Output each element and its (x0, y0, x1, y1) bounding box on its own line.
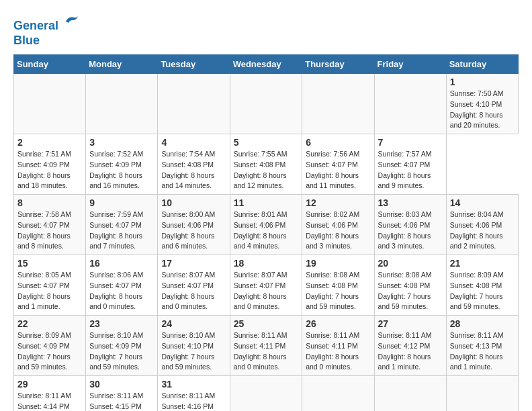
calendar-week-row: 1 Sunrise: 7:50 AMSunset: 4:10 PMDayligh… (14, 74, 519, 134)
day-info: Sunrise: 8:00 AMSunset: 4:06 PMDaylight:… (161, 210, 226, 252)
day-info: Sunrise: 7:54 AMSunset: 4:08 PMDaylight:… (161, 149, 226, 191)
calendar-day-cell: 17 Sunrise: 8:07 AMSunset: 4:07 PMDaylig… (158, 255, 230, 316)
day-number: 29 (17, 379, 82, 390)
day-of-week-header: Monday (86, 55, 158, 74)
day-of-week-header: Saturday (446, 55, 518, 74)
day-number: 17 (161, 258, 226, 269)
day-info: Sunrise: 8:10 AMSunset: 4:10 PMDaylight:… (161, 330, 226, 373)
calendar-day-cell (86, 74, 158, 134)
calendar-day-cell: 23 Sunrise: 8:10 AMSunset: 4:09 PMDaylig… (86, 316, 158, 376)
calendar-day-cell: 28 Sunrise: 8:11 AMSunset: 4:13 PMDaylig… (446, 316, 518, 376)
day-info: Sunrise: 7:51 AMSunset: 4:09 PMDaylight:… (17, 149, 82, 191)
header-row: SundayMondayTuesdayWednesdayThursdayFrid… (14, 55, 519, 74)
calendar-day-cell (230, 376, 302, 411)
day-of-week-header: Sunday (14, 55, 86, 74)
day-number: 4 (161, 137, 226, 148)
calendar-day-cell: 11 Sunrise: 8:01 AMSunset: 4:06 PMDaylig… (230, 195, 302, 255)
logo-general: General (13, 19, 58, 32)
calendar-week-row: 8 Sunrise: 7:58 AMSunset: 4:07 PMDayligh… (14, 195, 519, 255)
calendar-day-cell: 18 Sunrise: 8:07 AMSunset: 4:07 PMDaylig… (230, 255, 302, 316)
calendar-day-cell: 21 Sunrise: 8:09 AMSunset: 4:08 PMDaylig… (446, 255, 518, 316)
calendar-day-cell: 5 Sunrise: 7:55 AMSunset: 4:08 PMDayligh… (230, 134, 302, 195)
day-info: Sunrise: 8:09 AMSunset: 4:08 PMDaylight:… (450, 270, 515, 312)
day-info: Sunrise: 7:55 AMSunset: 4:08 PMDaylight:… (234, 149, 299, 191)
day-number: 16 (89, 258, 154, 269)
calendar-day-cell: 3 Sunrise: 7:52 AMSunset: 4:09 PMDayligh… (86, 134, 158, 195)
calendar-table: SundayMondayTuesdayWednesdayThursdayFrid… (13, 54, 519, 411)
calendar-day-cell (14, 74, 86, 134)
calendar-day-cell: 27 Sunrise: 8:11 AMSunset: 4:12 PMDaylig… (374, 316, 446, 376)
day-number: 21 (450, 258, 515, 269)
day-info: Sunrise: 8:11 AMSunset: 4:16 PMDaylight:… (161, 391, 226, 411)
day-number: 9 (89, 197, 154, 208)
calendar-day-cell: 13 Sunrise: 8:03 AMSunset: 4:06 PMDaylig… (374, 195, 446, 255)
day-number: 10 (161, 197, 226, 208)
day-number: 1 (450, 77, 515, 87)
day-info: Sunrise: 8:09 AMSunset: 4:09 PMDaylight:… (17, 330, 82, 373)
day-info: Sunrise: 8:11 AMSunset: 4:11 PMDaylight:… (234, 330, 299, 373)
day-info: Sunrise: 8:11 AMSunset: 4:15 PMDaylight:… (89, 391, 154, 411)
day-info: Sunrise: 8:06 AMSunset: 4:07 PMDaylight:… (89, 270, 154, 312)
day-info: Sunrise: 8:08 AMSunset: 4:08 PMDaylight:… (306, 270, 370, 312)
calendar-day-cell (374, 376, 446, 411)
logo-blue: Blue (13, 34, 79, 48)
day-number: 18 (234, 258, 299, 269)
logo-bird-icon (63, 13, 79, 30)
calendar-day-cell: 8 Sunrise: 7:58 AMSunset: 4:07 PMDayligh… (14, 195, 86, 255)
calendar-day-cell (158, 74, 230, 134)
day-number: 20 (378, 258, 443, 269)
day-number: 31 (161, 379, 226, 390)
day-info: Sunrise: 8:11 AMSunset: 4:12 PMDaylight:… (378, 330, 443, 373)
day-info: Sunrise: 8:05 AMSunset: 4:07 PMDaylight:… (17, 270, 82, 312)
calendar-day-cell: 9 Sunrise: 7:59 AMSunset: 4:07 PMDayligh… (86, 195, 158, 255)
calendar-day-cell: 12 Sunrise: 8:02 AMSunset: 4:06 PMDaylig… (302, 195, 374, 255)
calendar-day-cell: 4 Sunrise: 7:54 AMSunset: 4:08 PMDayligh… (158, 134, 230, 195)
day-number: 13 (378, 197, 443, 208)
calendar-day-cell: 2 Sunrise: 7:51 AMSunset: 4:09 PMDayligh… (14, 134, 86, 195)
calendar-day-cell (302, 376, 374, 411)
day-info: Sunrise: 7:58 AMSunset: 4:07 PMDaylight:… (17, 210, 82, 252)
day-number: 23 (89, 318, 154, 329)
calendar-day-cell: 19 Sunrise: 8:08 AMSunset: 4:08 PMDaylig… (302, 255, 374, 316)
day-info: Sunrise: 8:01 AMSunset: 4:06 PMDaylight:… (234, 210, 299, 252)
calendar-day-cell: 31 Sunrise: 8:11 AMSunset: 4:16 PMDaylig… (158, 376, 230, 411)
calendar-day-cell: 1 Sunrise: 7:50 AMSunset: 4:10 PMDayligh… (446, 74, 518, 134)
calendar-week-row: 22 Sunrise: 8:09 AMSunset: 4:09 PMDaylig… (14, 316, 519, 376)
day-number: 22 (17, 318, 82, 329)
day-info: Sunrise: 8:10 AMSunset: 4:09 PMDaylight:… (89, 330, 154, 373)
day-info: Sunrise: 8:11 AMSunset: 4:11 PMDaylight:… (306, 330, 370, 373)
calendar-day-cell (230, 74, 302, 134)
day-number: 25 (234, 318, 299, 329)
calendar-day-cell: 29 Sunrise: 8:11 AMSunset: 4:14 PMDaylig… (14, 376, 86, 411)
day-info: Sunrise: 8:03 AMSunset: 4:06 PMDaylight:… (378, 210, 443, 252)
day-info: Sunrise: 7:50 AMSunset: 4:10 PMDaylight:… (450, 89, 515, 131)
calendar-day-cell: 7 Sunrise: 7:57 AMSunset: 4:07 PMDayligh… (374, 134, 446, 195)
day-number: 14 (450, 197, 515, 208)
calendar-day-cell: 10 Sunrise: 8:00 AMSunset: 4:06 PMDaylig… (158, 195, 230, 255)
calendar-week-row: 29 Sunrise: 8:11 AMSunset: 4:14 PMDaylig… (14, 376, 519, 411)
day-info: Sunrise: 8:08 AMSunset: 4:08 PMDaylight:… (378, 270, 443, 312)
day-number: 2 (17, 137, 82, 148)
calendar-day-cell: 20 Sunrise: 8:08 AMSunset: 4:08 PMDaylig… (374, 255, 446, 316)
logo-text: General (13, 13, 79, 34)
calendar-day-cell: 15 Sunrise: 8:05 AMSunset: 4:07 PMDaylig… (14, 255, 86, 316)
calendar-day-cell: 30 Sunrise: 8:11 AMSunset: 4:15 PMDaylig… (86, 376, 158, 411)
day-info: Sunrise: 8:02 AMSunset: 4:06 PMDaylight:… (306, 210, 370, 252)
day-of-week-header: Thursday (302, 55, 374, 74)
day-info: Sunrise: 7:57 AMSunset: 4:07 PMDaylight:… (378, 149, 443, 191)
day-number: 5 (234, 137, 299, 148)
calendar-day-cell: 22 Sunrise: 8:09 AMSunset: 4:09 PMDaylig… (14, 316, 86, 376)
calendar-week-row: 15 Sunrise: 8:05 AMSunset: 4:07 PMDaylig… (14, 255, 519, 316)
day-info: Sunrise: 7:52 AMSunset: 4:09 PMDaylight:… (89, 149, 154, 191)
calendar-day-cell (446, 376, 518, 411)
day-info: Sunrise: 8:07 AMSunset: 4:07 PMDaylight:… (161, 270, 226, 312)
day-number: 28 (450, 318, 515, 329)
day-number: 12 (306, 197, 370, 208)
calendar-day-cell: 14 Sunrise: 8:04 AMSunset: 4:06 PMDaylig… (446, 195, 518, 255)
page-header: General Blue (13, 13, 519, 48)
logo: General Blue (13, 13, 79, 48)
day-number: 6 (306, 137, 370, 148)
day-of-week-header: Wednesday (230, 55, 302, 74)
calendar-day-cell: 24 Sunrise: 8:10 AMSunset: 4:10 PMDaylig… (158, 316, 230, 376)
calendar-day-cell: 25 Sunrise: 8:11 AMSunset: 4:11 PMDaylig… (230, 316, 302, 376)
